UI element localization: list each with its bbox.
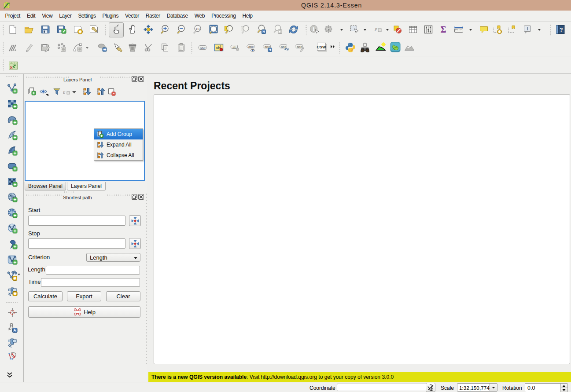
svg-text:?: ? bbox=[560, 27, 563, 33]
svg-text:ab: ab bbox=[232, 45, 236, 49]
svg-text:ab: ab bbox=[216, 46, 220, 50]
svg-text:abc: abc bbox=[200, 46, 206, 50]
svg-text:CSW: CSW bbox=[317, 45, 327, 49]
svg-text:ε: ε bbox=[375, 26, 377, 33]
svg-text:abc: abc bbox=[281, 45, 286, 49]
svg-text:Σ: Σ bbox=[440, 25, 446, 34]
svg-text:1:1: 1:1 bbox=[195, 27, 200, 30]
svg-text:T: T bbox=[526, 26, 529, 31]
svg-text:ε: ε bbox=[63, 88, 66, 95]
svg-text:abc: abc bbox=[248, 45, 254, 49]
svg-text:abc: abc bbox=[297, 45, 302, 49]
